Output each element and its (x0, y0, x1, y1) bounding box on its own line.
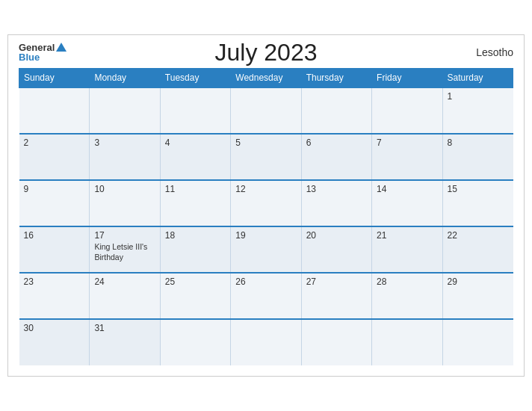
week-row-0: 1 (19, 87, 513, 134)
day-number: 6 (306, 137, 367, 148)
day-number: 23 (24, 276, 85, 287)
logo-wrapper: General Blue (19, 43, 66, 62)
week-row-1: 2345678 (19, 134, 513, 180)
day-number: 1 (448, 91, 509, 102)
day-number: 5 (235, 137, 296, 148)
week-row-2: 9101112131415 (19, 180, 513, 226)
day-number: 29 (448, 276, 509, 287)
day-number: 15 (448, 184, 509, 194)
calendar-cell: 22 (442, 226, 513, 273)
day-number: 7 (377, 137, 437, 148)
day-number: 8 (448, 137, 509, 148)
week-row-3: 1617King Letsie III's Birthday1819202122 (19, 226, 513, 273)
calendar-cell: 31 (90, 319, 160, 365)
calendar-cell: 5 (231, 134, 301, 180)
calendar-header: General Blue July 2023 Lesotho (19, 43, 513, 62)
day-number: 28 (377, 276, 437, 287)
calendar-cell: 25 (160, 273, 230, 319)
day-number: 11 (165, 184, 226, 194)
event-text: King Letsie III's Birthday (94, 242, 155, 262)
day-number: 18 (165, 230, 226, 241)
calendar-cell: 21 (372, 226, 442, 273)
day-number: 13 (306, 184, 367, 194)
day-number: 22 (448, 230, 509, 241)
calendar-cell: 19 (231, 226, 301, 273)
logo-blue-text: Blue (19, 52, 66, 62)
calendar-cell: 23 (19, 273, 90, 319)
calendar-cell: 8 (442, 134, 513, 180)
calendar-cell: 14 (372, 180, 442, 226)
calendar-cell: 11 (160, 180, 230, 226)
day-number: 26 (235, 276, 296, 287)
day-number: 27 (306, 276, 367, 287)
calendar-cell: 9 (19, 180, 90, 226)
calendar-cell (160, 319, 230, 365)
calendar-cell (90, 87, 160, 134)
day-number: 2 (24, 137, 85, 148)
calendar-cell (231, 87, 301, 134)
calendar-body: 1234567891011121314151617King Letsie III… (19, 87, 513, 365)
calendar-cell (372, 87, 442, 134)
calendar-cell: 24 (90, 273, 160, 319)
day-number: 4 (165, 137, 226, 148)
day-number: 16 (24, 230, 85, 241)
weekday-header-monday: Monday (90, 69, 160, 88)
logo-triangle-icon (56, 43, 66, 52)
weekday-header-sunday: Sunday (19, 69, 90, 88)
day-number: 17 (94, 230, 155, 241)
weekday-header-thursday: Thursday (301, 69, 371, 88)
day-number: 31 (94, 323, 155, 333)
calendar-cell: 26 (231, 273, 301, 319)
calendar-country: Lesotho (476, 46, 513, 58)
day-number: 24 (94, 276, 155, 287)
calendar-cell: 29 (442, 273, 513, 319)
calendar-cell: 1 (442, 87, 513, 134)
weekday-header-wednesday: Wednesday (231, 69, 301, 88)
calendar-cell: 13 (301, 180, 371, 226)
calendar-cell: 20 (301, 226, 371, 273)
day-number: 19 (235, 230, 296, 241)
calendar-cell: 18 (160, 226, 230, 273)
calendar-cell: 10 (90, 180, 160, 226)
calendar-cell: 3 (90, 134, 160, 180)
calendar-cell (301, 319, 371, 365)
calendar-cell (19, 87, 90, 134)
calendar-title: July 2023 (215, 39, 318, 67)
day-number: 14 (377, 184, 437, 194)
day-number: 30 (24, 323, 85, 333)
calendar-cell: 17King Letsie III's Birthday (90, 226, 160, 273)
weekday-header-saturday: Saturday (442, 69, 513, 88)
day-number: 9 (24, 184, 85, 194)
calendar-cell: 15 (442, 180, 513, 226)
weekday-row: SundayMondayTuesdayWednesdayThursdayFrid… (19, 69, 513, 88)
day-number: 25 (165, 276, 226, 287)
weekday-header-tuesday: Tuesday (160, 69, 230, 88)
calendar-cell: 16 (19, 226, 90, 273)
calendar-container: General Blue July 2023 Lesotho SundayMon… (7, 34, 525, 377)
day-number: 20 (306, 230, 367, 241)
calendar-cell: 27 (301, 273, 371, 319)
calendar-cell (372, 319, 442, 365)
calendar-weekdays-header: SundayMondayTuesdayWednesdayThursdayFrid… (19, 69, 513, 88)
day-number: 12 (235, 184, 296, 194)
day-number: 10 (94, 184, 155, 194)
calendar-cell: 6 (301, 134, 371, 180)
calendar-cell (301, 87, 371, 134)
calendar-cell: 30 (19, 319, 90, 365)
day-number: 21 (377, 230, 437, 241)
logo: General Blue (19, 43, 66, 62)
weekday-header-friday: Friday (372, 69, 442, 88)
calendar-cell (231, 319, 301, 365)
calendar-cell: 28 (372, 273, 442, 319)
calendar-cell: 2 (19, 134, 90, 180)
week-row-4: 23242526272829 (19, 273, 513, 319)
calendar-cell: 7 (372, 134, 442, 180)
week-row-5: 3031 (19, 319, 513, 365)
day-number: 3 (94, 137, 155, 148)
calendar-cell (160, 87, 230, 134)
calendar-grid: SundayMondayTuesdayWednesdayThursdayFrid… (19, 68, 513, 365)
calendar-cell (442, 319, 513, 365)
calendar-cell: 12 (231, 180, 301, 226)
calendar-cell: 4 (160, 134, 230, 180)
